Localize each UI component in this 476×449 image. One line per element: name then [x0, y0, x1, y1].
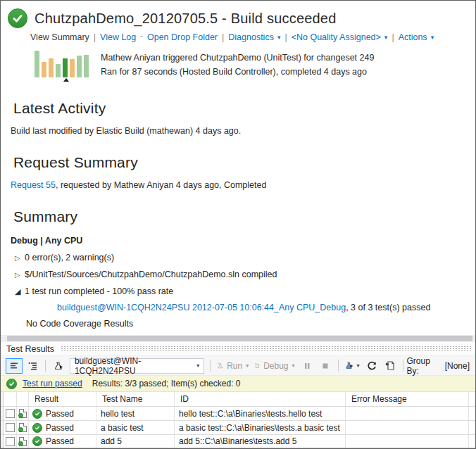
chevron-down-icon[interactable]: ▾ — [431, 34, 434, 41]
build-history-chart[interactable] — [35, 49, 91, 82]
page-title: ChutzpahDemo_20120705.5 - Build succeede… — [35, 11, 337, 27]
latest-activity-body: Build last modified by Elastic Build (ma… — [11, 126, 475, 136]
export-results-button[interactable] — [382, 358, 399, 374]
result-column-header[interactable]: Result — [29, 392, 96, 406]
test-results-panel: Test Results — [1, 335, 475, 448]
run-button-disabled: Run ▾ — [215, 358, 251, 374]
test-name-value: add 5 — [96, 435, 175, 448]
menu-open-drop-folder[interactable]: Open Drop Folder — [147, 32, 218, 42]
build-trigger-line: Mathew Aniyan triggered ChutzpahDemo (Un… — [101, 51, 374, 65]
test-run-selector[interactable]: buildguest@WIN-1CQH2N24PSU ▾ — [70, 358, 204, 374]
build-summary-content: ChutzpahDemo_20120705.5 - Build succeede… — [1, 1, 475, 335]
toolbar-separator — [45, 360, 46, 372]
run-all-tests-button[interactable]: ▾ — [342, 358, 361, 374]
id-column-header[interactable]: ID — [175, 392, 346, 406]
stop-button-disabled — [317, 358, 334, 374]
test-results-toolbar: buildguest@WIN-1CQH2N24PSU ▾ Run ▾ Debug… — [1, 355, 475, 375]
run-flask-icon — [53, 360, 64, 372]
row-checkbox[interactable] — [6, 423, 15, 432]
build-menu: View Summary | View Log - Open Drop Fold… — [30, 32, 475, 42]
run-label: Run — [227, 361, 242, 371]
test-run-selector-value: buildguest@WIN-1CQH2N24PSU — [75, 356, 191, 376]
request-link[interactable]: Request 55 — [11, 180, 56, 190]
test-name-column-header[interactable]: Test Name — [96, 392, 175, 406]
build-history-bar[interactable] — [84, 55, 89, 77]
test-results-table: Result Test Name ID Error Message Passed… — [1, 391, 475, 448]
grouped-list-icon — [27, 360, 38, 372]
expander-collapsed-icon[interactable]: ▷ — [15, 254, 25, 262]
expander-expanded-icon[interactable]: ◢ — [15, 287, 25, 296]
test-run-suffix: , 3 of 3 test(s) passed — [346, 303, 430, 312]
summary-item-warnings[interactable]: ▷ 0 error(s), 2 warning(s) — [15, 253, 475, 263]
summary-item-label: 1 test run completed - 100% pass rate — [25, 286, 173, 296]
build-history-bar[interactable] — [56, 64, 61, 77]
build-history-bar[interactable] — [63, 58, 68, 77]
horizontal-scrollbar[interactable] — [1, 335, 475, 342]
refresh-icon — [366, 360, 377, 372]
menu-view-summary[interactable]: View Summary — [30, 32, 89, 42]
table-row[interactable]: Passed hello test hello test::C:\a\Binar… — [1, 406, 475, 420]
chevron-down-icon[interactable]: ▾ — [384, 34, 388, 41]
rerun-tests-button[interactable] — [363, 358, 380, 374]
menu-separator: | — [392, 32, 394, 42]
run-checked-tests-button[interactable] — [50, 358, 67, 374]
build-info-text: Mathew Aniyan triggered ChutzpahDemo (Un… — [101, 49, 374, 82]
error-message-column-header[interactable]: Error Message — [346, 392, 469, 406]
row-checkbox[interactable] — [6, 409, 15, 418]
menu-actions[interactable]: Actions — [399, 32, 427, 42]
code-coverage-line: No Code Coverage Results — [26, 319, 475, 329]
flat-list-view-button[interactable] — [6, 358, 23, 374]
build-history-bar[interactable] — [35, 51, 39, 77]
menu-view-log[interactable]: View Log — [100, 32, 136, 42]
request-summary-body: Request 55, requested by Mathew Aniyan 4… — [11, 180, 475, 190]
menu-dash-separator: - — [140, 31, 143, 39]
summary-item-test-run[interactable]: ◢ 1 test run completed - 100% pass rate — [15, 286, 475, 296]
chevron-down-icon[interactable]: ▾ — [277, 34, 281, 41]
build-history-bar[interactable] — [49, 58, 54, 77]
test-name-value: a basic test — [96, 421, 175, 434]
table-row[interactable]: Passed a basic test a basic test::C:\a\B… — [1, 420, 475, 434]
build-summary-window: ChutzpahDemo_20120705.5 - Build succeede… — [0, 0, 476, 449]
error-message-value — [346, 421, 469, 434]
build-info: Mathew Aniyan triggered ChutzpahDemo (Un… — [35, 49, 475, 82]
chevron-down-icon: ▾ — [246, 362, 249, 369]
stop-icon — [321, 362, 330, 370]
test-run-passed-link[interactable]: Test run passed — [23, 379, 82, 388]
scrollbar-thumb[interactable] — [7, 336, 472, 341]
passed-icon — [32, 423, 42, 433]
summary-item-label: 0 error(s), 2 warning(s) — [25, 253, 114, 263]
current-build-marker — [63, 78, 69, 82]
build-duration-line: Ran for 87 seconds (Hosted Build Control… — [101, 65, 374, 79]
row-checkbox[interactable] — [6, 437, 15, 446]
error-message-value — [346, 407, 469, 420]
test-run-line: buildguest@WIN-1CQH2N24PSU 2012-07-05 10… — [57, 303, 475, 312]
flat-list-icon — [8, 360, 20, 372]
filler-column-header — [469, 392, 475, 406]
chevron-down-icon: ▾ — [196, 362, 199, 369]
panel-title-bar[interactable]: Test Results — [1, 342, 475, 355]
passed-icon — [32, 436, 42, 446]
build-configuration: Debug | Any CPU — [11, 236, 475, 246]
menu-diagnostics[interactable]: Diagnostics — [228, 32, 274, 42]
panel-title-label: Test Results — [6, 344, 54, 354]
test-run-link[interactable]: buildguest@WIN-1CQH2N24PSU 2012-07-05 10… — [57, 303, 346, 312]
group-by-label: Group By: — [407, 356, 439, 376]
toolbar-separator — [338, 360, 339, 372]
request-summary-heading: Request Summary — [13, 154, 475, 171]
summary-item-label: $/UnitTest/Sources/ChutzpahDemo/Chutzpah… — [25, 270, 277, 279]
grouped-list-view-button[interactable] — [24, 358, 41, 374]
table-row[interactable]: Passed add 5 add 5::C:\a\Binaries\tests.… — [1, 434, 475, 448]
summary-heading: Summary — [13, 208, 475, 225]
checkbox-column-header[interactable] — [4, 392, 17, 406]
menu-separator: | — [94, 32, 96, 42]
test-id-value: hello test::C:\a\Binaries\tests.hello te… — [175, 407, 346, 420]
build-history-bar[interactable] — [70, 59, 75, 77]
test-passed-icon — [6, 379, 17, 389]
group-by-dropdown[interactable]: [None] — [445, 361, 470, 371]
expander-collapsed-icon[interactable]: ▷ — [15, 271, 25, 279]
menu-quality-dropdown[interactable]: <No Quality Assigned> — [292, 32, 381, 42]
toolbar-separator — [210, 360, 211, 372]
summary-item-compiled[interactable]: ▷ $/UnitTest/Sources/ChutzpahDemo/Chutzp… — [15, 270, 475, 279]
build-history-bar[interactable] — [42, 62, 46, 77]
build-history-bar[interactable] — [77, 56, 82, 77]
